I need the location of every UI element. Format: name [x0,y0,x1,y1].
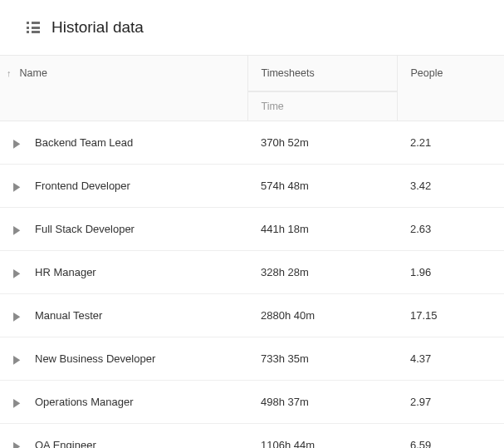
cell-time: 2880h 40m [247,294,397,337]
chevron-right-icon: ▶ [13,223,20,237]
column-header-timesheets[interactable]: Timesheets [247,56,397,91]
cell-people: 17.15 [397,294,504,337]
table-row: ▶Full Stack Developer441h 18m2.63 [0,208,504,251]
page-header: Historial data [0,0,504,55]
cell-name: New Business Developer [33,337,247,381]
cell-name: Manual Tester [33,294,247,337]
page-title: Historial data [51,18,144,37]
column-label: Timesheets [248,56,397,91]
cell-time: 328h 28m [247,251,397,294]
chevron-right-icon: ▶ [13,309,20,323]
chevron-right-icon: ▶ [13,352,20,367]
cell-time: 498h 37m [247,381,397,424]
chevron-right-icon: ▶ [13,136,20,150]
cell-name: HR Manager [33,251,247,294]
column-label: Name [20,67,47,79]
cell-people: 3.42 [397,165,504,208]
cell-time: 574h 48m [247,165,397,208]
table-row: ▶HR Manager328h 28m1.96 [0,251,504,294]
expand-row-button[interactable]: ▶ [0,208,33,251]
table-row: ▶Manual Tester2880h 40m17.15 [0,294,504,337]
expand-row-button[interactable]: ▶ [0,381,33,424]
column-header-name[interactable]: ↑ Name [0,56,247,121]
table-row: ▶Operations Manager498h 37m2.97 [0,381,504,424]
column-label: People [398,56,505,91]
expand-row-button[interactable]: ▶ [0,165,33,208]
table-row: ▶Frontend Developer574h 48m3.42 [0,165,504,208]
chevron-right-icon: ▶ [13,439,20,448]
expand-row-button[interactable]: ▶ [0,424,33,449]
column-subheader-time[interactable]: Time [247,91,397,121]
cell-time: 441h 18m [247,208,397,251]
cell-name: QA Engineer [33,424,247,449]
cell-people: 2.63 [397,208,504,251]
cell-people: 2.21 [397,121,504,165]
cell-people: 6.59 [397,424,504,449]
expand-row-button[interactable]: ▶ [0,294,33,337]
cell-name: Operations Manager [33,381,247,424]
sort-asc-icon: ↑ [7,68,12,78]
chevron-right-icon: ▶ [13,180,20,194]
expand-row-button[interactable]: ▶ [0,337,33,381]
data-table: ↑ Name Timesheets People Time ▶Backend T… [0,55,504,448]
cell-people: 1.96 [397,251,504,294]
column-header-people[interactable]: People [397,56,504,121]
chevron-right-icon: ▶ [13,266,20,280]
cell-name: Backend Team Lead [33,121,247,165]
cell-time: 1106h 44m [247,424,397,449]
cell-time: 733h 35m [247,337,397,381]
chevron-right-icon: ▶ [13,396,20,410]
table-row: ▶New Business Developer733h 35m4.37 [0,337,504,381]
cell-time: 370h 52m [247,121,397,165]
table-row: ▶QA Engineer1106h 44m6.59 [0,424,504,449]
cell-people: 2.97 [397,381,504,424]
cell-name: Full Stack Developer [33,208,247,251]
table-row: ▶Backend Team Lead370h 52m2.21 [0,121,504,165]
cell-name: Frontend Developer [33,165,247,208]
expand-row-button[interactable]: ▶ [0,251,33,294]
cell-people: 4.37 [397,337,504,381]
column-label: Time [248,91,397,121]
list-icon [27,22,40,33]
expand-row-button[interactable]: ▶ [0,121,33,165]
